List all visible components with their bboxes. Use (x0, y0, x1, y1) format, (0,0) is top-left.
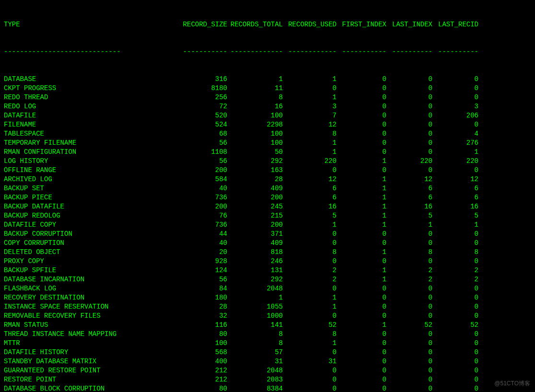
cell-first_index: 0 (337, 120, 386, 129)
cell-first_index: 1 (337, 202, 386, 211)
cell-last_recid: 16 (432, 202, 478, 211)
cell-records_total: 2298 (227, 120, 283, 129)
cell-first_index: 0 (337, 302, 386, 311)
watermark: @51CTO博客 (494, 379, 530, 388)
table-row: DATABASE31611000 (4, 75, 531, 84)
cell-records_used: 1 (283, 148, 337, 157)
cell-type: PROXY COPY (4, 257, 179, 266)
cell-type: TEMPORARY FILENAME (4, 138, 179, 148)
cell-last_recid: 3 (432, 102, 478, 111)
cell-first_index: 0 (337, 348, 386, 357)
cell-records_total: 2048 (227, 366, 283, 375)
cell-first_index: 0 (337, 111, 386, 120)
cell-record_size: 584 (179, 175, 227, 184)
table-row: BACKUP CORRUPTION443710000 (4, 230, 531, 239)
table-row: FILENAME524229812000 (4, 120, 531, 129)
cell-first_index: 1 (337, 157, 386, 166)
cell-last_index: 6 (386, 184, 432, 193)
cell-type: RMAN CONFIGURATION (4, 148, 179, 157)
cell-last_index: 0 (386, 120, 432, 129)
cell-records_total: 215 (227, 211, 283, 220)
cell-first_index: 1 (337, 220, 386, 230)
table-row: DATAFILE COPY7362001111 (4, 220, 531, 230)
cell-records_total: 2083 (227, 375, 283, 384)
table-row: REDO THREAD25681000 (4, 93, 531, 102)
cell-type: REDO THREAD (4, 93, 179, 102)
cell-records_total: 8 (227, 330, 283, 339)
cell-first_index: 0 (337, 257, 386, 266)
cell-last_index: 0 (386, 138, 432, 148)
cell-record_size: 124 (179, 266, 227, 275)
sep-last-recid: ---------- (432, 47, 478, 57)
cell-type: ARCHIVED LOG (4, 175, 179, 184)
cell-last_recid: 0 (432, 348, 478, 357)
cell-type: RMAN STATUS (4, 321, 179, 330)
cell-record_size: 44 (179, 230, 227, 239)
cell-type: BACKUP SET (4, 184, 179, 193)
cell-records_used: 0 (283, 230, 337, 239)
cell-records_total: 1 (227, 293, 283, 302)
cell-records_total: 100 (227, 111, 283, 120)
cell-records_used: 0 (283, 375, 337, 384)
cell-last_index: 0 (386, 239, 432, 248)
table-row: BACKUP PIECE7362006166 (4, 193, 531, 202)
cell-records_used: 220 (283, 157, 337, 166)
cell-last_recid: 1 (432, 220, 478, 230)
cell-last_recid: 276 (432, 138, 478, 148)
cell-records_total: 1000 (227, 311, 283, 321)
table-row: LOG HISTORY562922201220220 (4, 157, 531, 166)
cell-type: BACKUP PIECE (4, 193, 179, 202)
table-row: FLASHBACK LOG8420480000 (4, 284, 531, 293)
cell-records_total: 1055 (227, 302, 283, 311)
cell-record_size: 520 (179, 111, 227, 120)
table-body: DATABASE31611000CKPT PROGRESS8180110000R… (4, 75, 531, 392)
cell-last_recid: 0 (432, 330, 478, 339)
cell-last_recid: 0 (432, 257, 478, 266)
cell-first_index: 0 (337, 230, 386, 239)
table-row: DATABASE INCARNATION562922122 (4, 275, 531, 284)
cell-type: DATAFILE (4, 111, 179, 120)
cell-records_used: 16 (283, 202, 337, 211)
table-row: DATAFILE520100700206 (4, 111, 531, 120)
cell-records_used: 1 (283, 293, 337, 302)
table-row: MTTR10081000 (4, 339, 531, 348)
header-record-size: RECORD_SIZE (179, 20, 227, 29)
header-last-index: LAST_INDEX (386, 20, 432, 29)
cell-records_used: 0 (283, 284, 337, 293)
sep-record-size: ----------- (179, 47, 227, 57)
table-row: RMAN CONFIGURATION1108501001 (4, 148, 531, 157)
header-type: TYPE (4, 20, 179, 29)
cell-type: DATABASE BLOCK CORRUPTION (4, 384, 179, 392)
cell-record_size: 40 (179, 239, 227, 248)
cell-first_index: 1 (337, 248, 386, 257)
cell-records_total: 1 (227, 75, 283, 84)
cell-records_used: 8 (283, 129, 337, 138)
cell-last_recid: 5 (432, 211, 478, 220)
cell-first_index: 1 (337, 193, 386, 202)
cell-last_index: 0 (386, 129, 432, 138)
cell-type: BACKUP SPFILE (4, 266, 179, 275)
cell-last_recid: 0 (432, 120, 478, 129)
cell-last_recid: 1 (432, 148, 478, 157)
cell-record_size: 200 (179, 202, 227, 211)
cell-records_total: 50 (227, 148, 283, 157)
cell-first_index: 0 (337, 84, 386, 93)
cell-record_size: 212 (179, 366, 227, 375)
table-row: INSTANCE SPACE RESERVATION2810551000 (4, 302, 531, 311)
cell-last_recid: 0 (432, 293, 478, 302)
sep-records-total: ------------- (227, 47, 283, 57)
cell-records_used: 2 (283, 275, 337, 284)
cell-type: TABLESPACE (4, 129, 179, 138)
cell-record_size: 84 (179, 284, 227, 293)
cell-record_size: 68 (179, 129, 227, 138)
cell-first_index: 0 (337, 93, 386, 102)
cell-last_index: 0 (386, 330, 432, 339)
cell-record_size: 180 (179, 293, 227, 302)
cell-record_size: 116 (179, 321, 227, 330)
cell-records_total: 8384 (227, 384, 283, 392)
cell-type: REDO LOG (4, 102, 179, 111)
cell-record_size: 524 (179, 120, 227, 129)
cell-last_recid: 52 (432, 321, 478, 330)
sep-records-used: ------------ (283, 47, 337, 57)
cell-first_index: 0 (337, 339, 386, 348)
